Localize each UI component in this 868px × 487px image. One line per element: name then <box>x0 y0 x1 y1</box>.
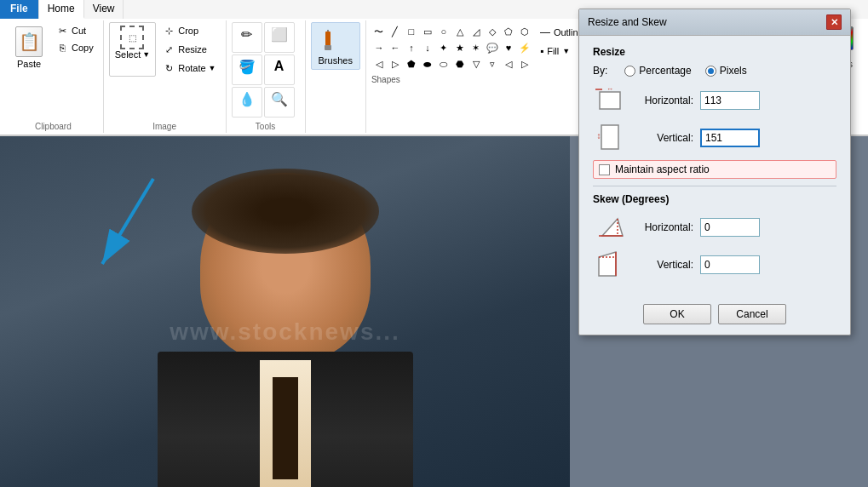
eraser-button[interactable]: ⬜ <box>264 22 295 53</box>
tab-file[interactable]: File <box>0 0 39 19</box>
shapes-label: Shapes <box>371 75 400 84</box>
skew-horizontal-input[interactable] <box>700 218 760 237</box>
skew-vertical-input[interactable] <box>700 255 760 274</box>
dialog-footer: OK Cancel <box>579 297 850 335</box>
shape-rtriangle[interactable]: ◿ <box>468 24 484 39</box>
shape-more0[interactable]: ▷ <box>517 56 532 72</box>
svg-rect-5 <box>600 92 620 109</box>
clipboard-label: Clipboard <box>35 120 72 131</box>
percentage-radio-circle <box>624 66 635 77</box>
select-label: Select <box>115 49 141 60</box>
shape-more4[interactable]: ⬬ <box>420 56 435 72</box>
resize-label: Resize <box>178 44 207 54</box>
shape-star6[interactable]: ✶ <box>468 40 484 55</box>
tools-group: ✏ ⬜ 🪣 A 💧 🔍 Tools <box>227 20 306 133</box>
dialog-close-button[interactable]: ✕ <box>826 14 842 30</box>
resize-vertical-label: Vertical: <box>634 132 693 144</box>
shape-curve[interactable]: 〜 <box>371 24 387 39</box>
shape-diamond[interactable]: ◇ <box>485 24 500 39</box>
text-button[interactable]: A <box>264 54 295 85</box>
pencil-button[interactable]: ✏ <box>232 22 262 53</box>
rotate-label: Rotate <box>178 63 205 73</box>
fill-dropdown: ▼ <box>562 47 570 55</box>
shape-star5[interactable]: ★ <box>452 40 468 55</box>
shape-arrow-r[interactable]: → <box>371 40 387 55</box>
resize-skew-dialog: Resize and Skew ✕ Resize By: Percentage <box>578 9 851 335</box>
shape-pentagon[interactable]: ⬠ <box>501 24 516 39</box>
shape-more8[interactable]: ▿ <box>485 56 500 72</box>
fill-label: Fill <box>547 46 559 56</box>
pixels-radio-circle <box>705 66 716 77</box>
fill-button[interactable]: 🪣 <box>232 54 262 85</box>
skew-vertical-label: Vertical: <box>634 259 693 271</box>
cut-icon: ✂ <box>55 24 69 37</box>
cut-button[interactable]: ✂ Cut <box>51 22 98 39</box>
resize-horizontal-row: ↔ Horizontal: <box>593 85 836 116</box>
magnify-icon: 🔍 <box>271 91 288 107</box>
pixels-label: Pixels <box>720 65 747 77</box>
shape-rect[interactable]: □ <box>404 24 419 39</box>
copy-button[interactable]: ⎘ Copy <box>51 39 98 56</box>
brushes-label: Brushes <box>319 55 353 66</box>
svg-text:↔: ↔ <box>606 87 613 93</box>
resize-horizontal-input[interactable] <box>700 91 760 110</box>
shape-arrow-l[interactable]: ← <box>388 40 403 55</box>
resize-vert-icon: ↕ <box>593 123 627 153</box>
tab-view[interactable]: View <box>84 0 124 19</box>
eyedropper-button[interactable]: 💧 <box>232 87 262 117</box>
shape-more2[interactable]: ▷ <box>388 56 403 72</box>
shape-star4[interactable]: ✦ <box>436 40 451 55</box>
by-label: By: <box>593 65 607 77</box>
paste-icon <box>15 26 43 57</box>
hair <box>192 169 379 254</box>
eraser-icon: ⬜ <box>271 26 288 43</box>
shape-more9[interactable]: ◁ <box>501 56 516 72</box>
brushes-button[interactable]: Brushes <box>311 22 360 70</box>
percentage-radio[interactable]: Percentage <box>624 65 691 77</box>
shape-more5[interactable]: ⬭ <box>436 56 451 72</box>
select-button[interactable]: ⬚ Select ▼ <box>109 22 157 77</box>
skew-section-title: Skew (Degrees) <box>593 193 836 205</box>
shape-arrow-d[interactable]: ↓ <box>420 40 435 55</box>
shape-more7[interactable]: ▽ <box>468 56 484 72</box>
shape-roundrect[interactable]: ▭ <box>420 24 435 39</box>
crop-icon: ⊹ <box>162 24 175 37</box>
brushes-group: Brushes Brushes <box>306 20 366 133</box>
resize-icon: ⤢ <box>162 43 175 56</box>
paste-label: Paste <box>17 59 41 69</box>
shape-line[interactable]: ╱ <box>388 24 403 39</box>
svg-rect-1 <box>325 45 331 50</box>
pixels-radio[interactable]: Pixels <box>705 65 747 77</box>
resize-button[interactable]: ⤢ Resize <box>158 41 220 58</box>
shape-hexagon[interactable]: ⬡ <box>517 24 532 39</box>
shape-callout[interactable]: 💬 <box>485 40 500 55</box>
cancel-button[interactable]: Cancel <box>718 304 786 324</box>
maintain-ratio-checkbox[interactable] <box>599 164 610 175</box>
skew-vert-icon <box>593 249 627 280</box>
shape-more1[interactable]: ◁ <box>371 56 387 72</box>
crop-button[interactable]: ⊹ Crop <box>158 22 220 39</box>
magnify-button[interactable]: 🔍 <box>264 87 295 117</box>
dialog-overlay: Resize and Skew ✕ Resize By: Percentage <box>570 0 868 487</box>
shape-triangle[interactable]: △ <box>452 24 468 39</box>
resize-section-title: Resize <box>593 46 836 58</box>
resize-vertical-input[interactable] <box>700 129 760 147</box>
rotate-dropdown-icon: ▼ <box>209 64 216 72</box>
fill-icon: ▪ <box>540 45 543 57</box>
shape-ellipse[interactable]: ○ <box>436 24 451 39</box>
shape-arrow-u[interactable]: ↑ <box>404 40 419 55</box>
select-icon: ⬚ <box>120 26 144 49</box>
shape-more6[interactable]: ⬣ <box>452 56 468 72</box>
ok-button[interactable]: OK <box>643 304 711 324</box>
shape-heart[interactable]: ♥ <box>501 40 516 55</box>
dialog-body: Resize By: Percentage Pixels <box>579 36 850 297</box>
shape-more3[interactable]: ⬟ <box>404 56 419 72</box>
tab-home[interactable]: Home <box>39 0 84 19</box>
rotate-button[interactable]: ↻ Rotate ▼ <box>158 60 220 77</box>
crop-label: Crop <box>178 26 198 36</box>
rotate-icon: ↻ <box>162 61 175 75</box>
resize-vertical-row: ↕ Vertical: <box>593 123 836 153</box>
paste-button[interactable]: Paste <box>9 22 49 73</box>
shape-lightning[interactable]: ⚡ <box>517 40 532 55</box>
maintain-ratio-checkbox-row[interactable]: Maintain aspect ratio <box>593 160 836 179</box>
